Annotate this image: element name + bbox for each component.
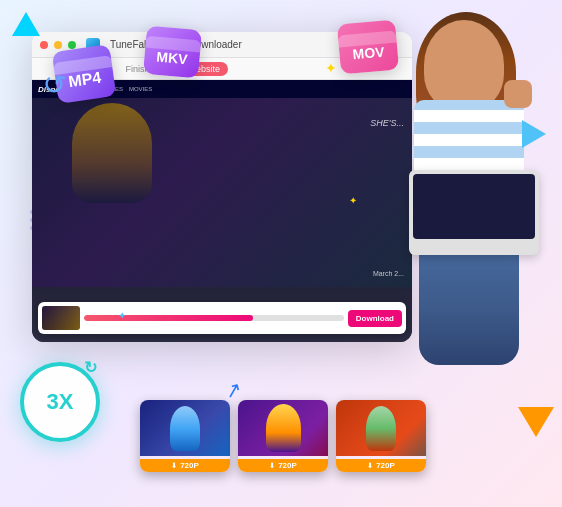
video-cards-row: ⬇ 720P ⬇ 720P ⬇ 720P — [140, 400, 426, 472]
download-progress-fill — [84, 315, 253, 321]
format-label-mov: MOV — [352, 44, 385, 63]
video-card-3: ⬇ 720P — [336, 400, 426, 472]
video-card-1: ⬇ 720P — [140, 400, 230, 472]
sparkle-2: ✦ — [349, 195, 357, 206]
video-card-3-bg — [336, 400, 426, 456]
video-card-2-badge: ⬇ 720P — [238, 459, 328, 472]
main-scene: MP4 MKV MOV ↺ ✦ ✦ ✦ TuneFab VidOne Downl… — [0, 0, 562, 507]
girl-fist — [504, 80, 532, 108]
deco-triangle-bottom-right — [518, 407, 554, 437]
format-badge-mkv: MKV — [143, 26, 202, 79]
character-2 — [266, 404, 301, 452]
deco-triangle-right — [522, 120, 546, 148]
speed-badge: 3X ↻ — [20, 362, 100, 442]
video-card-2-quality: 720P — [278, 461, 297, 470]
nav-movies: MOVIES — [129, 86, 152, 92]
format-label-mp4: MP4 — [67, 69, 102, 91]
character-3 — [366, 406, 396, 451]
speed-label: 3X — [47, 389, 74, 415]
badge-download-icon-1: ⬇ — [171, 462, 177, 470]
badge-download-icon-3: ⬇ — [367, 462, 373, 470]
hero-silhouette — [72, 103, 152, 203]
girl-laptop — [409, 170, 539, 255]
video-card-2-bg — [238, 400, 328, 456]
titlebar-minimize[interactable] — [54, 41, 62, 49]
video-card-2: ⬇ 720P — [238, 400, 328, 472]
sparkle-1: ✦ — [325, 60, 337, 76]
video-card-3-badge: ⬇ 720P — [336, 459, 426, 472]
speed-arrow-icon: ↻ — [84, 358, 104, 378]
badge-download-icon-2: ⬇ — [269, 462, 275, 470]
titlebar-maximize[interactable] — [68, 41, 76, 49]
titlebar-close[interactable] — [40, 41, 48, 49]
deco-triangle-top-left — [12, 12, 40, 36]
video-card-3-quality: 720P — [376, 461, 395, 470]
video-card-1-bg — [140, 400, 230, 456]
download-bar: Download — [38, 302, 406, 334]
girl-laptop-screen — [413, 174, 535, 239]
format-badge-mov: MOV — [337, 20, 399, 75]
sparkle-3: ✦ — [118, 310, 126, 321]
format-label-mkv: MKV — [156, 49, 188, 68]
girl-head — [424, 20, 504, 110]
video-card-1-quality: 720P — [180, 461, 199, 470]
video-card-1-badge: ⬇ 720P — [140, 459, 230, 472]
character-1 — [170, 406, 200, 451]
download-thumbnail — [42, 306, 80, 330]
